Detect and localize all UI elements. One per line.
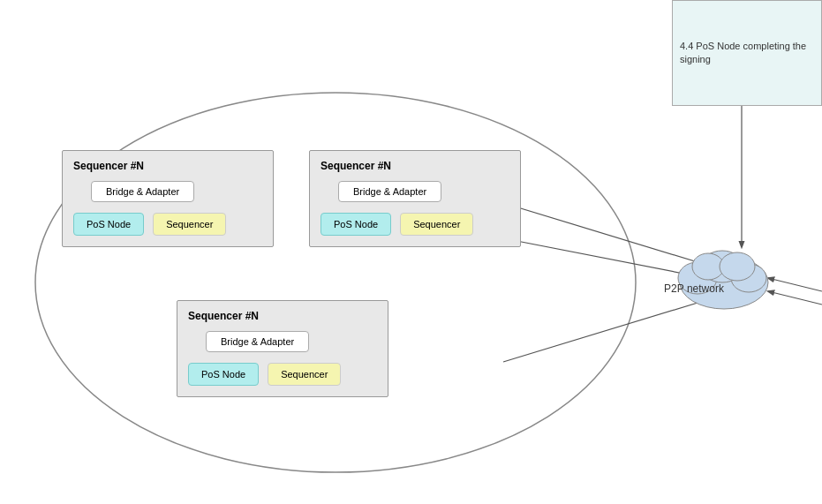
pos-node-2: PoS Node	[321, 213, 391, 236]
diagram-area: 4.4 PoS Node completing the signing	[0, 0, 822, 504]
sequencer-box-3: Sequencer #N Bridge & Adapter PoS Node S…	[177, 300, 388, 397]
sequencer-2-bottom-row: PoS Node Sequencer	[321, 213, 509, 236]
sequencer-3-bottom-row: PoS Node Sequencer	[188, 363, 377, 386]
sequencer-2-title: Sequencer #N	[321, 160, 509, 172]
bridge-adapter-3: Bridge & Adapter	[206, 331, 309, 352]
sequencer-btn-2: Sequencer	[400, 213, 473, 236]
pos-node-1: PoS Node	[73, 213, 144, 236]
sequencer-box-1: Sequencer #N Bridge & Adapter PoS Node S…	[62, 150, 274, 247]
svg-point-11	[692, 253, 724, 280]
svg-line-6	[768, 291, 822, 305]
sequencer-btn-3: Sequencer	[268, 363, 341, 386]
top-right-panel: 4.4 PoS Node completing the signing	[672, 0, 822, 106]
svg-line-5	[768, 278, 822, 291]
svg-point-10	[701, 251, 743, 282]
sequencer-box-2: Sequencer #N Bridge & Adapter PoS Node S…	[309, 150, 521, 247]
pos-node-3: PoS Node	[188, 363, 259, 386]
p2p-network-label: P2P network	[641, 282, 747, 295]
top-right-panel-text: 4.4 PoS Node completing the signing	[680, 40, 814, 67]
sequencer-btn-1: Sequencer	[153, 213, 226, 236]
sequencer-3-title: Sequencer #N	[188, 310, 377, 322]
sequencer-1-bottom-row: PoS Node Sequencer	[73, 213, 262, 236]
svg-point-12	[720, 252, 755, 281]
bridge-adapter-1: Bridge & Adapter	[91, 181, 194, 202]
ellipse-container: Sequencer #N Bridge & Adapter PoS Node S…	[18, 88, 653, 477]
bridge-adapter-2: Bridge & Adapter	[338, 181, 441, 202]
sequencer-1-title: Sequencer #N	[73, 160, 262, 172]
